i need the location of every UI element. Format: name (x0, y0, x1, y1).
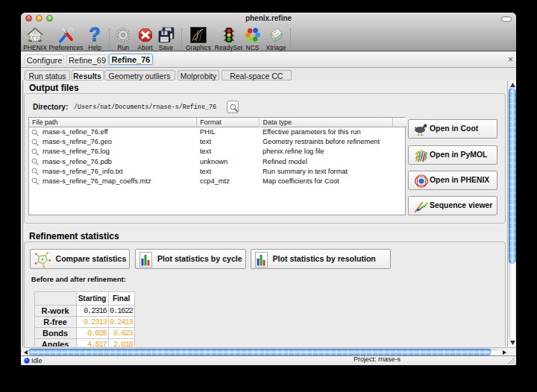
svg-text:?: ? (89, 27, 100, 43)
